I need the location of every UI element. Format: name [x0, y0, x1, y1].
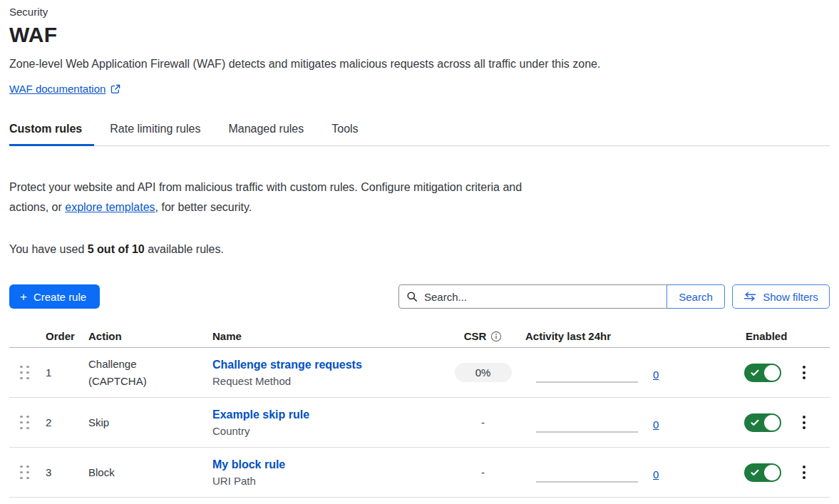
column-header-name: Name — [203, 330, 449, 342]
column-header-csr: CSR — [449, 330, 517, 342]
usage-suffix: available rules. — [145, 243, 224, 255]
external-link-icon — [110, 84, 120, 94]
activity-cell: 0 — [517, 416, 734, 428]
rule-name-link[interactable]: My block rule — [212, 458, 449, 471]
breadcrumb: Security — [9, 6, 830, 18]
toggle-knob — [764, 465, 780, 480]
custom-rules-table: Order Action Name CSR Activity last 24hr… — [9, 325, 830, 498]
csr-badge: 0% — [455, 363, 512, 382]
kebab-menu-icon[interactable] — [798, 363, 810, 382]
tab-tools[interactable]: Tools — [331, 123, 358, 145]
toolbar-right: Search Show filters — [398, 284, 830, 309]
rule-field: Request Method — [212, 375, 291, 387]
csr-cell: 0% — [449, 363, 517, 382]
explore-templates-link[interactable]: explore templates — [65, 201, 155, 213]
search-icon — [406, 291, 418, 302]
enabled-cell — [734, 413, 830, 432]
intro-text-after: , for better security. — [155, 201, 252, 213]
info-icon[interactable] — [490, 331, 502, 342]
rule-name-link[interactable]: Example skip rule — [212, 408, 449, 421]
kebab-menu-icon[interactable] — [798, 463, 810, 482]
tab-managed-rules[interactable]: Managed rules — [228, 123, 304, 145]
column-header-action: Action — [79, 330, 203, 342]
plus-icon: + — [20, 291, 27, 303]
rule-action: Challenge (CAPTCHA) — [79, 356, 203, 390]
table-row: 1 Challenge (CAPTCHA) Challenge strange … — [9, 348, 830, 398]
kebab-menu-icon[interactable] — [798, 413, 810, 432]
check-icon — [751, 369, 759, 376]
swap-arrows-icon — [743, 292, 756, 302]
activity-sparkline — [536, 381, 638, 383]
rule-order: 2 — [40, 416, 79, 428]
drag-handle-dots-icon — [20, 466, 29, 480]
search-group: Search — [398, 284, 725, 309]
csr-cell: - — [449, 466, 517, 478]
activity-count-link[interactable]: 0 — [653, 468, 659, 480]
drag-handle[interactable] — [9, 466, 40, 480]
rule-order: 1 — [40, 366, 79, 379]
csr-header-label: CSR — [464, 330, 487, 342]
toggle-knob — [764, 415, 780, 431]
toggle-knob — [764, 365, 780, 381]
rule-field: Country — [212, 425, 250, 437]
check-icon — [751, 469, 759, 476]
column-header-enabled: Enabled — [734, 330, 830, 342]
column-header-activity: Activity last 24hr — [517, 330, 734, 342]
page-title: WAF — [9, 23, 830, 47]
check-icon — [751, 419, 759, 426]
table-header-row: Order Action Name CSR Activity last 24hr… — [9, 325, 830, 348]
waf-documentation-link[interactable]: WAF documentation — [9, 83, 105, 95]
tab-rate-limiting-rules[interactable]: Rate limiting rules — [110, 123, 200, 145]
doc-link-row: WAF documentation — [9, 83, 830, 95]
show-filters-label: Show filters — [763, 291, 818, 303]
waf-page: Security WAF Zone-level Web Application … — [0, 0, 839, 498]
search-button[interactable]: Search — [666, 284, 725, 309]
usage-prefix: You have used — [9, 243, 88, 255]
enabled-toggle[interactable] — [744, 463, 781, 482]
rule-name-cell: My block rule URI Path — [203, 458, 449, 487]
rule-name-cell: Challenge strange requests Request Metho… — [203, 359, 449, 387]
rule-field: URI Path — [212, 475, 256, 487]
activity-cell: 0 — [517, 466, 734, 478]
drag-handle[interactable] — [9, 366, 40, 380]
tab-custom-rules[interactable]: Custom rules — [9, 123, 82, 145]
enabled-toggle[interactable] — [744, 413, 781, 432]
rules-toolbar: + Create rule Search — [9, 284, 830, 309]
activity-sparkline — [536, 481, 638, 483]
drag-handle-dots-icon — [20, 416, 29, 430]
csr-value: - — [481, 466, 485, 478]
activity-count-link[interactable]: 0 — [653, 369, 659, 381]
rule-action: Skip — [79, 414, 203, 431]
csr-value: - — [481, 416, 485, 428]
enabled-cell — [734, 363, 830, 382]
rule-action: Block — [79, 464, 203, 481]
activity-cell: 0 — [517, 366, 734, 379]
search-input[interactable] — [424, 291, 659, 303]
usage-count: 5 out of 10 — [88, 243, 145, 255]
table-row: 2 Skip Example skip rule Country - 0 — [9, 398, 830, 448]
activity-sparkline — [536, 431, 638, 433]
table-row: 3 Block My block rule URI Path - 0 — [9, 448, 830, 498]
enabled-cell — [734, 463, 830, 482]
custom-rules-intro: Protect your website and API from malici… — [9, 178, 540, 217]
rules-usage-text: You have used 5 out of 10 available rule… — [9, 243, 830, 256]
rule-order: 3 — [40, 466, 79, 478]
enabled-toggle[interactable] — [744, 364, 781, 382]
create-rule-label: Create rule — [34, 291, 86, 303]
create-rule-button[interactable]: + Create rule — [9, 284, 100, 309]
rule-name-cell: Example skip rule Country — [203, 408, 449, 437]
drag-handle-dots-icon — [20, 366, 29, 380]
activity-count-link[interactable]: 0 — [653, 418, 659, 431]
drag-handle[interactable] — [9, 416, 40, 430]
tab-bar: Custom rules Rate limiting rules Managed… — [9, 114, 830, 146]
show-filters-button[interactable]: Show filters — [732, 284, 830, 309]
rule-name-link[interactable]: Challenge strange requests — [212, 359, 449, 371]
column-header-order: Order — [40, 330, 79, 342]
page-description: Zone-level Web Application Firewall (WAF… — [9, 58, 830, 71]
search-box — [398, 284, 667, 309]
csr-cell: - — [449, 416, 517, 428]
